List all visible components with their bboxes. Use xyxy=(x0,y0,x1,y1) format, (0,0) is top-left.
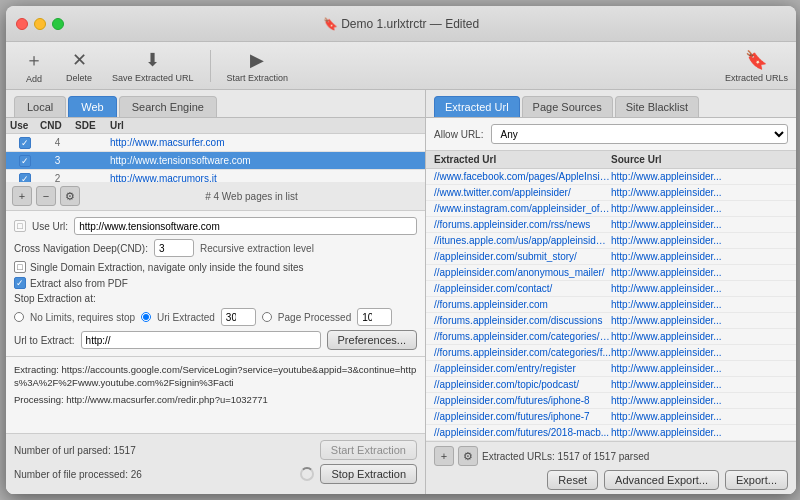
cnd-input[interactable] xyxy=(154,239,194,257)
table-row[interactable]: //forums.appleinsider.com/rss/newshttp:/… xyxy=(426,217,796,233)
add-url-button[interactable]: + xyxy=(12,186,32,206)
table-row[interactable]: //www.twitter.com/appleinsider/http://ww… xyxy=(426,185,796,201)
table-row[interactable]: //appleinsider.com/contact/http://www.ap… xyxy=(426,281,796,297)
no-limits-label: No Limits, requires stop xyxy=(30,312,135,323)
url-to-extract-row: Url to Extract: Preferences... xyxy=(14,330,417,350)
tab-site-blacklist[interactable]: Site Blacklist xyxy=(615,96,699,117)
source-url-cell: http://www.appleinsider... xyxy=(611,379,788,390)
right-bottom: + ⚙ Extracted URLs: 1517 of 1517 parsed … xyxy=(426,441,796,494)
extracted-url-cell: //www.facebook.com/pages/AppleInsid... xyxy=(434,171,611,182)
start-extraction-button[interactable]: ▶ Start Extraction xyxy=(219,45,297,87)
main-content: Local Web Search Engine Use CND SDE Url … xyxy=(6,90,796,494)
table-row[interactable]: //appleinsider.com/futures/iphone-8http:… xyxy=(426,393,796,409)
url-list: ✓ 4 http://www.macsurfer.com ✓ 3 http://… xyxy=(6,134,425,182)
uri-value-input[interactable] xyxy=(221,308,256,326)
stop-extraction-label: Stop Extraction at: xyxy=(14,293,96,304)
extract-pdf-checkbox[interactable]: ✓ xyxy=(14,277,26,289)
source-url-cell: http://www.appleinsider... xyxy=(611,363,788,374)
tab-page-sources[interactable]: Page Sources xyxy=(522,96,613,117)
extracted-table: Extracted Url Source Url //www.facebook.… xyxy=(426,151,796,441)
tab-extracted-url[interactable]: Extracted Url xyxy=(434,96,520,117)
allow-url-row: Allow URL: Any xyxy=(426,118,796,151)
table-row[interactable]: //forums.appleinsider.com/discussionshtt… xyxy=(426,313,796,329)
zoom-button[interactable] xyxy=(52,18,64,30)
toolbar-separator xyxy=(210,50,211,82)
single-domain-checkbox[interactable]: □ xyxy=(14,261,26,273)
url-to-extract-input[interactable] xyxy=(81,331,321,349)
table-row[interactable]: //www.instagram.com/appleinsider_offi...… xyxy=(426,201,796,217)
urls-parsed-label: Number of url parsed: 1517 xyxy=(14,445,136,456)
extracted-urls-button[interactable]: 🔖 Extracted URLs xyxy=(725,49,788,83)
save-icon: ⬇ xyxy=(145,49,160,71)
start-extraction-btn[interactable]: Start Extraction xyxy=(320,440,417,460)
recursive-label: Recursive extraction level xyxy=(200,243,314,254)
table-header: Extracted Url Source Url xyxy=(426,151,796,169)
use-checkbox[interactable]: ✓ xyxy=(19,137,31,149)
settings-area: □ Use Url: Cross Navigation Deep(CND): R… xyxy=(6,211,425,357)
use-checkbox[interactable]: ✓ xyxy=(19,155,31,167)
table-add-btn[interactable]: + xyxy=(434,446,454,466)
stop-extraction-row: Stop Extraction at: xyxy=(14,293,417,304)
table-row[interactable]: //appleinsider.com/futures/iphone-7http:… xyxy=(426,409,796,425)
delete-button[interactable]: ✕ Delete xyxy=(58,45,100,87)
table-row[interactable]: //appleinsider.com/submit_story/http://w… xyxy=(426,249,796,265)
minimize-button[interactable] xyxy=(34,18,46,30)
use-checkbox[interactable]: ✓ xyxy=(19,173,31,182)
url-row[interactable]: ✓ 2 http://www.macrumors.it xyxy=(6,170,425,182)
settings-url-button[interactable]: ⚙ xyxy=(60,186,80,206)
add-icon: ＋ xyxy=(25,48,43,72)
extracted-url-cell: //forums.appleinsider.com/rss/news xyxy=(434,219,611,230)
tab-web[interactable]: Web xyxy=(68,96,116,117)
export-button[interactable]: Export... xyxy=(725,470,788,490)
add-button[interactable]: ＋ Add xyxy=(14,44,54,88)
table-row[interactable]: //www.facebook.com/pages/AppleInsid...ht… xyxy=(426,169,796,185)
source-url-cell: http://www.appleinsider... xyxy=(611,203,788,214)
url-row[interactable]: ✓ 3 http://www.tensionsoftware.com xyxy=(6,152,425,170)
titlebar: 🔖 Demo 1.urlxtrctr — Edited xyxy=(6,6,796,42)
right-bottom-buttons: Reset Advanced Export... Export... xyxy=(434,470,788,490)
table-row[interactable]: //appleinsider.com/entry/registerhttp://… xyxy=(426,361,796,377)
right-bottom-info: + ⚙ Extracted URLs: 1517 of 1517 parsed xyxy=(434,446,788,466)
extracted-url-cell: //forums.appleinsider.com/discussions xyxy=(434,315,611,326)
source-url-cell: http://www.appleinsider... xyxy=(611,171,788,182)
use-url-input[interactable] xyxy=(74,217,417,235)
use-url-checkbox[interactable]: □ xyxy=(14,220,26,232)
tab-local[interactable]: Local xyxy=(14,96,66,117)
no-limits-radio[interactable] xyxy=(14,312,24,322)
source-url-cell: http://www.appleinsider... xyxy=(611,235,788,246)
uri-extracted-radio[interactable] xyxy=(141,312,151,322)
source-url-cell: http://www.appleinsider... xyxy=(611,283,788,294)
right-tab-bar: Extracted Url Page Sources Site Blacklis… xyxy=(426,90,796,118)
preferences-button[interactable]: Preferences... xyxy=(327,330,417,350)
table-row[interactable]: //appleinsider.com/futures/2018-macb...h… xyxy=(426,425,796,441)
table-settings-btn[interactable]: ⚙ xyxy=(458,446,478,466)
uri-extracted-label: Uri Extracted xyxy=(157,312,215,323)
page-processed-radio[interactable] xyxy=(262,312,272,322)
left-bottom: Number of url parsed: 1517 Start Extract… xyxy=(6,433,425,494)
stop-extraction-btn[interactable]: Stop Extraction xyxy=(320,464,417,484)
list-controls: + − ⚙ # 4 Web pages in list xyxy=(6,182,425,211)
allow-url-select[interactable]: Any xyxy=(491,124,788,144)
close-button[interactable] xyxy=(16,18,28,30)
list-info: # 4 Web pages in list xyxy=(84,191,419,202)
save-extracted-url-button[interactable]: ⬇ Save Extracted URL xyxy=(104,45,202,87)
extracted-url-cell: //appleinsider.com/futures/iphone-8 xyxy=(434,395,611,406)
table-row[interactable]: //appleinsider.com/anonymous_mailer/http… xyxy=(426,265,796,281)
url-to-extract-label: Url to Extract: xyxy=(14,335,75,346)
extracted-url-cell: //forums.appleinsider.com xyxy=(434,299,611,310)
stats-row1: Number of url parsed: 1517 Start Extract… xyxy=(14,440,417,460)
reset-button[interactable]: Reset xyxy=(547,470,598,490)
table-row[interactable]: //forums.appleinsider.comhttp://www.appl… xyxy=(426,297,796,313)
url-row[interactable]: ✓ 4 http://www.macsurfer.com xyxy=(6,134,425,152)
table-row[interactable]: //forums.appleinsider.com/categories/f..… xyxy=(426,345,796,361)
advanced-export-button[interactable]: Advanced Export... xyxy=(604,470,719,490)
table-row[interactable]: //itunes.apple.com/us/app/appleinsider..… xyxy=(426,233,796,249)
tab-search-engine[interactable]: Search Engine xyxy=(119,96,217,117)
source-url-cell: http://www.appleinsider... xyxy=(611,411,788,422)
remove-url-button[interactable]: − xyxy=(36,186,56,206)
col-cnd: CND xyxy=(40,120,75,131)
table-row[interactable]: //forums.appleinsider.com/categories/g..… xyxy=(426,329,796,345)
page-value-input[interactable] xyxy=(357,308,392,326)
extracted-url-cell: //appleinsider.com/futures/iphone-7 xyxy=(434,411,611,422)
table-row[interactable]: //appleinsider.com/topic/podcast/http://… xyxy=(426,377,796,393)
